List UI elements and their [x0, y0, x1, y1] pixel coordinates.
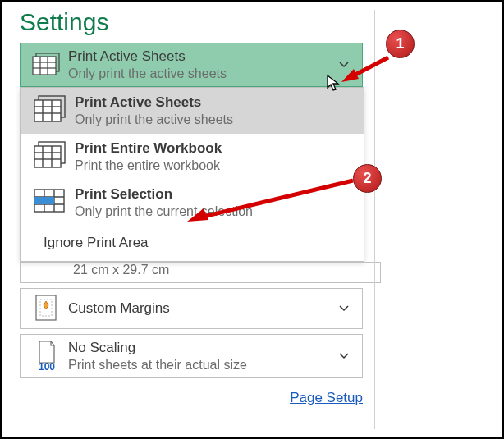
dropdown-item-sub: Print the entire workbook [75, 158, 355, 173]
selection-icon [29, 186, 71, 216]
svg-rect-13 [34, 146, 61, 167]
margins-selector[interactable]: Custom Margins [20, 288, 363, 329]
print-what-title: Print Active Sheets [68, 48, 339, 65]
paper-size-selector[interactable]: 21 cm x 29.7 cm [20, 262, 381, 283]
page-setup-row: Page Setup [20, 390, 363, 406]
margins-icon [29, 294, 65, 323]
arrow-annotation [339, 51, 396, 92]
svg-marker-27 [341, 69, 359, 82]
callout-badge-2: 2 [353, 164, 382, 193]
dropdown-item-entire-workbook[interactable]: Print Entire Workbook Print the entire w… [21, 134, 364, 180]
settings-panel: Print Active Sheets Only print the activ… [20, 43, 363, 87]
dropdown-item-title: Print Entire Workbook [75, 140, 355, 157]
print-what-sub: Only print the active sheets [68, 66, 339, 81]
chevron-down-icon [339, 305, 349, 312]
scaling-title: No Scaling [68, 340, 339, 356]
chevron-down-icon [339, 353, 349, 359]
svg-marker-29 [187, 208, 208, 222]
arrow-annotation [181, 174, 361, 240]
page-setup-link[interactable]: Page Setup [290, 390, 363, 405]
sheets-icon [29, 52, 65, 78]
dropdown-item-title: Print Active Sheets [75, 94, 355, 111]
margins-title: Custom Margins [68, 300, 339, 317]
svg-rect-1 [33, 57, 56, 75]
print-what-selector[interactable]: Print Active Sheets Only print the activ… [20, 43, 363, 87]
sheets-icon [29, 94, 71, 124]
sheets-icon [29, 140, 71, 170]
svg-line-26 [354, 57, 388, 75]
svg-rect-7 [34, 100, 61, 121]
dropdown-item-active-sheets[interactable]: Print Active Sheets Only print the activ… [21, 88, 364, 134]
scaling-badge: 100 [39, 361, 55, 373]
callout-badge-1: 1 [386, 30, 415, 58]
paper-size-sub: 21 cm x 29.7 cm [73, 263, 169, 277]
svg-rect-23 [34, 197, 54, 204]
scaling-selector[interactable]: 100 No Scaling Print sheets at their act… [20, 334, 363, 378]
scaling-sub: Print sheets at their actual size [68, 358, 339, 373]
svg-line-28 [204, 181, 353, 217]
settings-heading: Settings [20, 8, 502, 36]
dropdown-item-sub: Only print the active sheets [75, 112, 355, 127]
scaling-icon: 100 [29, 340, 65, 373]
